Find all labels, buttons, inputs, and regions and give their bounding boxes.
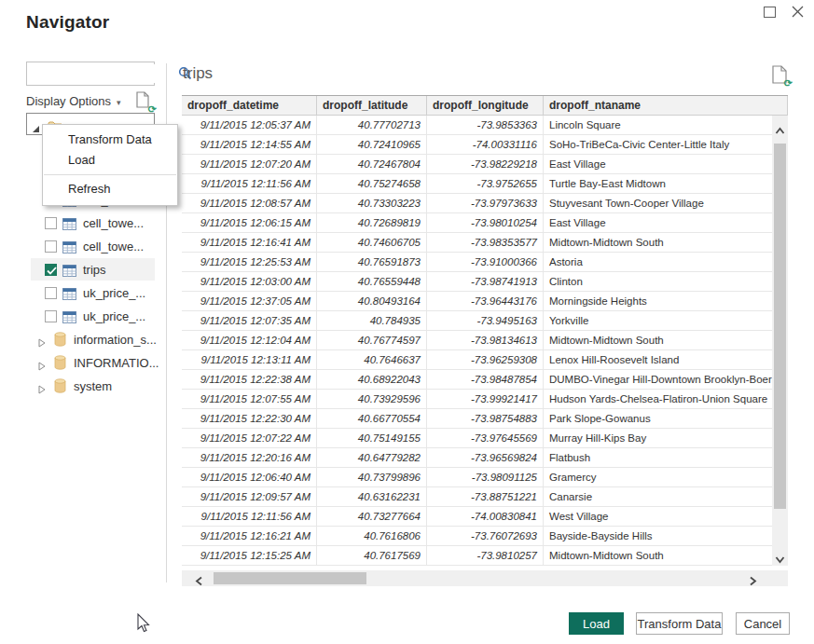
menu-item-load[interactable]: Load xyxy=(43,150,177,171)
table-cell: -73.96569824 xyxy=(427,448,544,467)
table-cell: -73.88751221 xyxy=(427,487,544,506)
horizontal-scrollbar[interactable] xyxy=(182,570,788,586)
table-cell: 40.73929596 xyxy=(317,390,427,408)
table-cell: -74.00331116 xyxy=(427,135,544,154)
table-cell: 9/11/2015 12:22:30 AM xyxy=(182,409,317,428)
cancel-button[interactable]: Cancel xyxy=(736,612,790,635)
vertical-scroll-thumb[interactable] xyxy=(774,144,786,509)
table-cell: 9/11/2015 12:09:57 AM xyxy=(182,487,317,506)
table-cell: -73.98353577 xyxy=(427,233,544,252)
table-cell: Murray Hill-Kips Bay xyxy=(544,429,788,447)
table-cell: -73.96259308 xyxy=(427,350,544,369)
tree-item-uk-price-1[interactable]: uk_price_... xyxy=(26,281,155,304)
table-row: 9/11/2015 12:11:56 AM40.73277664-74.0083… xyxy=(182,507,788,527)
table-row: 9/11/2015 12:14:55 AM40.72410965-74.0033… xyxy=(182,135,788,155)
table-cell: 9/11/2015 12:06:15 AM xyxy=(182,213,317,232)
table-cell: 9/11/2015 12:11:56 AM xyxy=(182,174,317,193)
preview-table-title: trips xyxy=(183,64,213,83)
menu-item-transform-data[interactable]: Transform Data xyxy=(43,130,177,150)
collapsed-triangle-icon[interactable] xyxy=(37,381,46,391)
tree-item-information-schema-caps[interactable]: INFORMATIO... xyxy=(26,351,155,374)
tree-item-label: cell_towe... xyxy=(83,240,144,253)
column-header[interactable]: dropoff_longitude xyxy=(427,96,544,115)
load-button[interactable]: Load xyxy=(569,612,624,635)
tree-item-uk-price-2[interactable]: uk_price_... xyxy=(26,305,155,327)
table-cell: -73.9752655 xyxy=(427,174,544,193)
search-input[interactable] xyxy=(27,64,176,83)
scroll-right-icon[interactable] xyxy=(748,573,758,583)
tree-item-system[interactable]: system xyxy=(26,375,155,397)
tree-item-trips[interactable]: trips xyxy=(31,258,155,281)
table-cell: Lincoln Square xyxy=(544,116,788,134)
checkbox-unchecked[interactable] xyxy=(45,287,57,299)
navigator-dialog: { "window": { "title": "Navigator" }, "s… xyxy=(0,0,814,644)
tree-item-label: trips xyxy=(83,263,106,277)
table-row: 9/11/2015 12:13:11 AM40.7646637-73.96259… xyxy=(182,350,788,370)
refresh-list-icon[interactable]: ⟳ xyxy=(136,91,155,112)
scroll-down-icon[interactable] xyxy=(775,552,785,562)
table-row: 9/11/2015 12:22:30 AM40.66770554-73.9875… xyxy=(182,409,788,429)
tree-item-cell-towers-2[interactable]: cell_towe... xyxy=(26,212,155,234)
table-cell: -73.98229218 xyxy=(427,155,544,173)
table-cell: Flatbush xyxy=(544,448,788,467)
horizontal-scroll-thumb[interactable] xyxy=(214,572,366,584)
table-cell: DUMBO-Vinegar Hill-Downtown Brooklyn-Boe… xyxy=(544,370,788,389)
checkbox-checked[interactable] xyxy=(45,264,57,276)
table-cell: 40.76559448 xyxy=(317,272,427,291)
refresh-preview-icon[interactable]: ⟳ xyxy=(772,65,791,86)
table-icon xyxy=(62,217,76,229)
column-header[interactable]: dropoff_datetime xyxy=(182,96,317,115)
checkbox-unchecked[interactable] xyxy=(45,310,57,322)
table-cell: -73.98754883 xyxy=(427,409,544,428)
context-menu: Transform Data Load Refresh xyxy=(42,124,178,206)
table-row: 9/11/2015 12:15:25 AM40.7617569-73.98102… xyxy=(182,546,788,566)
table-row: 9/11/2015 12:07:20 AM40.72467804-73.9822… xyxy=(182,155,788,174)
table-cell: East Village xyxy=(544,213,788,232)
table-cell: 9/11/2015 12:07:35 AM xyxy=(182,311,317,330)
refresh-arrows-icon: ⟳ xyxy=(784,78,793,89)
table-header-row: dropoff_datetime dropoff_latitude dropof… xyxy=(182,95,788,116)
vertical-scrollbar[interactable] xyxy=(772,116,788,566)
table-cell: Midtown-Midtown South xyxy=(544,233,788,252)
tree-item-information-schema[interactable]: information_s... xyxy=(26,328,155,350)
table-row: 9/11/2015 12:37:05 AM40.80493164-73.9644… xyxy=(182,292,788,311)
table-cell: 9/11/2015 12:16:41 AM xyxy=(182,233,317,252)
database-icon xyxy=(54,378,66,393)
table-row: 9/11/2015 12:06:15 AM40.72689819-73.9801… xyxy=(182,213,788,233)
expanded-triangle-icon[interactable] xyxy=(32,120,40,129)
maximize-icon[interactable] xyxy=(764,7,776,18)
tree-item-label: system xyxy=(74,379,112,393)
display-options-dropdown[interactable]: Display Options▾ xyxy=(26,94,121,108)
table-cell: 40.75274658 xyxy=(317,174,427,193)
table-row: 9/11/2015 12:05:37 AM40.77702713-73.9853… xyxy=(182,116,788,135)
table-icon xyxy=(62,287,76,299)
checkbox-unchecked[interactable] xyxy=(45,240,57,253)
table-cell: Canarsie xyxy=(544,487,788,506)
table-body: 9/11/2015 12:05:37 AM40.77702713-73.9853… xyxy=(182,116,788,566)
column-header[interactable]: dropoff_latitude xyxy=(317,96,427,115)
table-cell: 9/11/2015 12:12:04 AM xyxy=(182,331,317,349)
tree-item-label: cell_towe... xyxy=(83,216,144,230)
table-cell: Morningside Heights xyxy=(544,292,788,310)
table-cell: 9/11/2015 12:07:20 AM xyxy=(182,155,317,173)
table-row: 9/11/2015 12:08:57 AM40.73303223-73.9797… xyxy=(182,194,788,213)
collapsed-triangle-icon[interactable] xyxy=(37,358,46,367)
data-preview-table: dropoff_datetime dropoff_latitude dropof… xyxy=(182,95,788,566)
close-icon[interactable] xyxy=(790,4,807,21)
scroll-up-icon[interactable] xyxy=(775,123,785,133)
checkbox-unchecked[interactable] xyxy=(45,217,57,229)
table-cell: -73.99921417 xyxy=(427,390,544,408)
column-header[interactable]: dropoff_ntaname xyxy=(544,96,788,115)
transform-data-button[interactable]: Transform Data xyxy=(636,612,723,635)
tree-item-cell-towers-3[interactable]: cell_towe... xyxy=(26,235,155,257)
scroll-left-icon[interactable] xyxy=(194,573,204,583)
table-cell: 9/11/2015 12:08:57 AM xyxy=(182,194,317,212)
table-cell: 40.7616806 xyxy=(317,527,427,545)
table-cell: -73.97973633 xyxy=(427,194,544,212)
menu-item-refresh[interactable]: Refresh xyxy=(43,179,177,199)
table-cell: 9/11/2015 12:20:16 AM xyxy=(182,448,317,467)
table-cell: 40.63162231 xyxy=(317,487,427,506)
collapsed-triangle-icon[interactable] xyxy=(37,335,46,344)
table-cell: 9/11/2015 12:25:53 AM xyxy=(182,253,317,271)
table-cell: 9/11/2015 12:07:22 AM xyxy=(182,429,317,447)
